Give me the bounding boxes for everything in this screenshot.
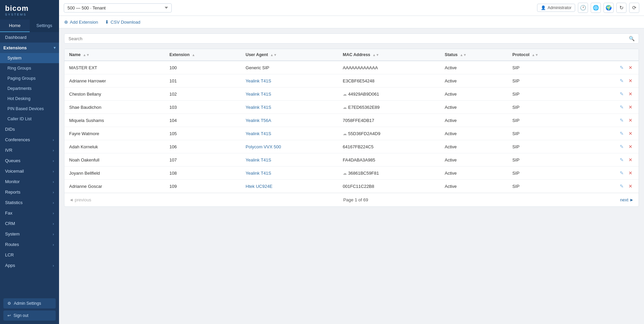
edit-button[interactable]: ✎ [618, 183, 625, 190]
delete-button[interactable]: ✕ [627, 64, 634, 71]
plus-icon: ⊕ [64, 19, 68, 25]
delete-button[interactable]: ✕ [627, 117, 634, 124]
user-agent-value[interactable]: Yealink T41S [246, 78, 271, 83]
gear-icon: ⚙ [7, 301, 11, 306]
admin-settings-button[interactable]: ⚙ Admin Settings [3, 298, 56, 308]
cell-extension: 107 [165, 153, 241, 167]
sidebar-item-departments[interactable]: Departments [0, 83, 59, 94]
edit-button[interactable]: ✎ [618, 77, 625, 84]
sidebar-item-extensions[interactable]: Extensions ▾ [0, 43, 59, 53]
delete-button[interactable]: ✕ [627, 170, 634, 176]
csv-download-button[interactable]: ⬇ CSV Download [105, 19, 140, 25]
admin-badge[interactable]: 👤 Administrator [537, 4, 575, 12]
edit-button[interactable]: ✎ [618, 117, 625, 124]
sign-out-label: Sign out [13, 313, 28, 318]
admin-settings-label: Admin Settings [14, 301, 41, 306]
topbar: 500 — 500 · Tenant 👤 Administrator 🕐 🌐 🌍… [59, 0, 644, 16]
edit-button[interactable]: ✎ [618, 143, 625, 150]
tab-settings[interactable]: Settings [30, 20, 59, 32]
cell-extension: 102 [165, 88, 241, 101]
cell-name: Adah Korneluk [64, 140, 165, 153]
tenant-select[interactable]: 500 — 500 · Tenant [64, 3, 172, 13]
col-extension[interactable]: Extension ▲ [165, 49, 241, 61]
sidebar-item-label: Extensions [3, 45, 27, 50]
clock-button[interactable]: 🕐 [578, 3, 588, 13]
sidebar-item-apps[interactable]: Apps › [0, 260, 59, 271]
sidebar-item-conferences[interactable]: Conferences › [0, 134, 59, 145]
delete-button[interactable]: ✕ [627, 143, 634, 150]
delete-button[interactable]: ✕ [627, 156, 634, 163]
delete-button[interactable]: ✕ [627, 91, 634, 97]
sidebar-item-paging-groups[interactable]: Paging Groups [0, 73, 59, 83]
sidebar-item-monitor[interactable]: Monitor › [0, 176, 59, 187]
user-agent-value[interactable]: Yealink T56A [246, 118, 271, 123]
sidebar-item-routes[interactable]: Routes › [0, 239, 59, 250]
user-agent-value[interactable]: Polycom VVX 500 [246, 144, 281, 149]
cell-extension: 108 [165, 167, 241, 180]
cell-mac: E3CBF6E54248 [338, 74, 440, 88]
cloud-icon: ☁ [343, 105, 347, 110]
delete-button[interactable]: ✕ [627, 77, 634, 84]
cell-user-agent: Htek UC924E [241, 180, 338, 193]
sidebar-item-label: Statistics [5, 200, 23, 205]
user-agent-value[interactable]: Yealink T41S [246, 171, 271, 176]
edit-button[interactable]: ✎ [618, 170, 625, 176]
sidebar-item-statistics[interactable]: Statistics › [0, 197, 59, 208]
globe-filled-button[interactable]: 🌍 [604, 3, 614, 13]
cell-status: Active [440, 180, 508, 193]
sidebar-item-queues[interactable]: Queues › [0, 155, 59, 166]
search-input[interactable] [68, 36, 629, 41]
sidebar-item-hot-desking[interactable]: Hot Desking [0, 94, 59, 104]
user-agent-value[interactable]: Yealink T41S [246, 157, 271, 163]
col-status[interactable]: Status ▲▼ [440, 49, 508, 61]
cell-row-actions: ✎ ✕ [584, 167, 639, 180]
sidebar-item-label: Voicemail [5, 169, 24, 174]
col-user-agent[interactable]: User Agent ▲▼ [241, 49, 338, 61]
table-row: Miquela Sushams 104 Yealink T56A 7058FFE… [64, 114, 639, 127]
pagination-next[interactable]: next ► [620, 197, 634, 202]
globe-outline-button[interactable]: 🌐 [591, 3, 601, 13]
delete-button[interactable]: ✕ [627, 130, 634, 137]
sidebar-item-lcr[interactable]: LCR [0, 250, 59, 260]
tab-home[interactable]: Home [0, 20, 30, 32]
edit-button[interactable]: ✎ [618, 104, 625, 110]
chevron-right-icon: › [53, 264, 54, 268]
user-agent-value[interactable]: Yealink T41S [246, 105, 271, 110]
sidebar-item-fax[interactable]: Fax › [0, 208, 59, 218]
add-extension-button[interactable]: ⊕ Add Extension [64, 19, 98, 25]
sidebar: bicom SYSTEMS Home Settings Dashboard Ex… [0, 0, 59, 324]
edit-button[interactable]: ✎ [618, 156, 625, 163]
sidebar-item-crm[interactable]: CRM › [0, 218, 59, 229]
col-name[interactable]: Name ▲▼ [64, 49, 165, 61]
cell-extension: 106 [165, 140, 241, 153]
edit-button[interactable]: ✎ [618, 91, 625, 97]
user-agent-value[interactable]: Htek UC924E [246, 184, 272, 189]
edit-button[interactable]: ✎ [618, 130, 625, 137]
sidebar-item-voicemail[interactable]: Voicemail › [0, 166, 59, 176]
delete-button[interactable]: ✕ [627, 183, 634, 190]
user-agent-value[interactable]: Yealink T41S [246, 131, 271, 136]
sidebar-item-ring-groups[interactable]: Ring Groups [0, 63, 59, 73]
sidebar-item-dashboard[interactable]: Dashboard [0, 32, 59, 43]
col-mac-address[interactable]: MAC Address ▲▼ [338, 49, 440, 61]
col-protocol[interactable]: Protocol ▲▼ [508, 49, 585, 61]
sidebar-item-system-main[interactable]: System › [0, 229, 59, 239]
sidebar-item-caller-id-list[interactable]: Caller ID List [0, 114, 59, 124]
sidebar-item-dids[interactable]: DIDs [0, 124, 59, 134]
cell-status: Active [440, 127, 508, 140]
sidebar-item-label: Hot Desking [7, 96, 30, 101]
sidebar-item-pin-based-devices[interactable]: PIN Based Devices [0, 104, 59, 114]
refresh-button[interactable]: ↻ [616, 3, 626, 13]
cell-row-actions: ✎ ✕ [584, 114, 639, 127]
edit-button[interactable]: ✎ [618, 64, 625, 71]
sidebar-item-ivr[interactable]: IVR › [0, 145, 59, 155]
sidebar-item-reports[interactable]: Reports › [0, 187, 59, 197]
delete-button[interactable]: ✕ [627, 104, 634, 110]
user-agent-value[interactable]: Yealink T41S [246, 92, 271, 97]
col-actions [584, 49, 639, 61]
cell-row-actions: ✎ ✕ [584, 101, 639, 114]
sidebar-item-system[interactable]: System [0, 53, 59, 63]
sign-out-button[interactable]: ↩ Sign out [3, 310, 56, 321]
refresh-alt-button[interactable]: ⟳ [629, 3, 639, 13]
globe-filled-icon: 🌍 [606, 5, 612, 11]
